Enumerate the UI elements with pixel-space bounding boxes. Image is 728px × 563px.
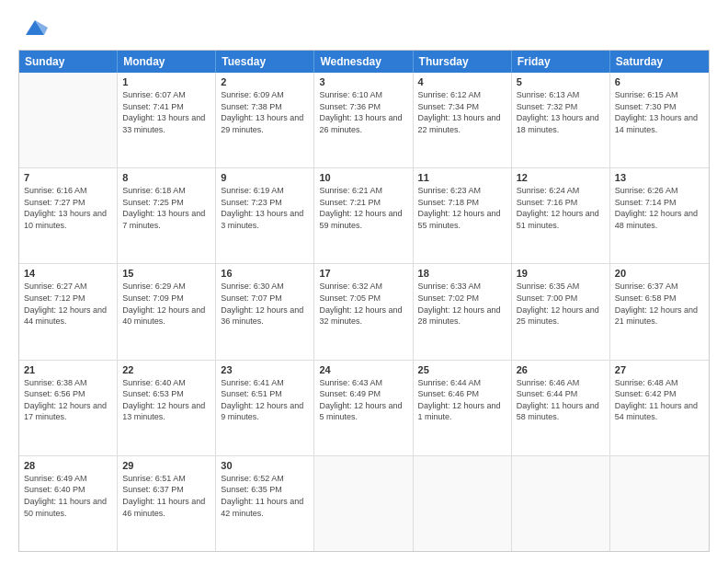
day-number: 6 <box>615 76 704 87</box>
logo <box>18 15 48 40</box>
sunrise-text: Sunrise: 6:19 AM <box>221 185 309 197</box>
sunset-text: Sunset: 6:37 PM <box>122 484 210 496</box>
daylight-text: Daylight: 13 hours and 14 minutes. <box>615 112 704 135</box>
sunset-text: Sunset: 7:00 PM <box>517 293 605 304</box>
sunset-text: Sunset: 7:07 PM <box>221 293 309 304</box>
daylight-text: Daylight: 11 hours and 42 minutes. <box>221 496 309 519</box>
sunrise-text: Sunrise: 6:29 AM <box>122 281 210 293</box>
calendar-cell: 13Sunrise: 6:26 AMSunset: 7:14 PMDayligh… <box>610 168 709 263</box>
sunset-text: Sunset: 6:46 PM <box>418 388 506 400</box>
daylight-text: Daylight: 12 hours and 28 minutes. <box>418 304 506 327</box>
day-number: 28 <box>24 460 112 471</box>
daylight-text: Daylight: 12 hours and 9 minutes. <box>221 400 309 423</box>
weekday-header: Tuesday <box>216 51 314 73</box>
sunrise-text: Sunrise: 6:33 AM <box>418 281 506 293</box>
sunset-text: Sunset: 7:32 PM <box>517 101 605 113</box>
calendar-cell: 15Sunrise: 6:29 AMSunset: 7:09 PMDayligh… <box>118 264 216 359</box>
sunset-text: Sunset: 7:18 PM <box>418 197 506 209</box>
sunset-text: Sunset: 7:05 PM <box>319 293 407 304</box>
weekday-header: Thursday <box>414 51 512 73</box>
day-number: 17 <box>319 268 407 279</box>
calendar-cell: 28Sunrise: 6:49 AMSunset: 6:40 PMDayligh… <box>19 456 118 551</box>
sunset-text: Sunset: 6:44 PM <box>517 388 605 400</box>
daylight-text: Daylight: 13 hours and 7 minutes. <box>122 208 210 231</box>
calendar-cell: 26Sunrise: 6:46 AMSunset: 6:44 PMDayligh… <box>512 361 610 455</box>
day-number: 13 <box>615 172 704 183</box>
daylight-text: Daylight: 13 hours and 3 minutes. <box>221 208 309 231</box>
day-number: 20 <box>615 268 704 279</box>
sunrise-text: Sunrise: 6:16 AM <box>24 185 112 197</box>
sunset-text: Sunset: 7:34 PM <box>418 101 506 113</box>
calendar-row: 14Sunrise: 6:27 AMSunset: 7:12 PMDayligh… <box>19 263 709 359</box>
daylight-text: Daylight: 12 hours and 59 minutes. <box>319 208 407 231</box>
weekday-header: Monday <box>118 51 216 73</box>
day-number: 12 <box>517 172 605 183</box>
sunset-text: Sunset: 7:27 PM <box>24 197 112 209</box>
daylight-text: Daylight: 12 hours and 5 minutes. <box>319 400 407 423</box>
sunrise-text: Sunrise: 6:18 AM <box>122 185 210 197</box>
day-number: 25 <box>418 364 506 375</box>
daylight-text: Daylight: 13 hours and 10 minutes. <box>24 208 112 231</box>
sunrise-text: Sunrise: 6:21 AM <box>319 185 407 197</box>
page: SundayMondayTuesdayWednesdayThursdayFrid… <box>0 0 728 563</box>
calendar-cell: 11Sunrise: 6:23 AMSunset: 7:18 PMDayligh… <box>414 168 512 263</box>
sunrise-text: Sunrise: 6:37 AM <box>615 281 704 293</box>
calendar-header: SundayMondayTuesdayWednesdayThursdayFrid… <box>19 51 709 73</box>
sunset-text: Sunset: 7:14 PM <box>615 197 704 209</box>
day-number: 7 <box>24 172 112 183</box>
sunrise-text: Sunrise: 6:09 AM <box>221 89 309 101</box>
day-number: 23 <box>221 364 309 375</box>
sunset-text: Sunset: 7:12 PM <box>24 293 112 304</box>
calendar-cell: 25Sunrise: 6:44 AMSunset: 6:46 PMDayligh… <box>414 361 512 455</box>
sunset-text: Sunset: 7:38 PM <box>221 101 309 113</box>
daylight-text: Daylight: 12 hours and 36 minutes. <box>221 304 309 327</box>
sunrise-text: Sunrise: 6:30 AM <box>221 281 309 293</box>
day-number: 21 <box>24 364 112 375</box>
calendar-cell: 29Sunrise: 6:51 AMSunset: 6:37 PMDayligh… <box>118 456 216 551</box>
daylight-text: Daylight: 12 hours and 32 minutes. <box>319 304 407 327</box>
calendar-cell: 30Sunrise: 6:52 AMSunset: 6:35 PMDayligh… <box>216 456 314 551</box>
calendar-cell: 7Sunrise: 6:16 AMSunset: 7:27 PMDaylight… <box>19 168 118 263</box>
calendar-cell: 10Sunrise: 6:21 AMSunset: 7:21 PMDayligh… <box>314 168 413 263</box>
day-number: 4 <box>418 76 506 87</box>
daylight-text: Daylight: 13 hours and 18 minutes. <box>517 112 605 135</box>
sunset-text: Sunset: 7:30 PM <box>615 101 704 113</box>
weekday-header: Sunday <box>19 51 118 73</box>
calendar-cell <box>414 456 512 551</box>
daylight-text: Daylight: 12 hours and 21 minutes. <box>615 304 704 327</box>
calendar-cell: 22Sunrise: 6:40 AMSunset: 6:53 PMDayligh… <box>118 361 216 455</box>
calendar-cell: 20Sunrise: 6:37 AMSunset: 6:58 PMDayligh… <box>610 264 709 359</box>
calendar-cell: 19Sunrise: 6:35 AMSunset: 7:00 PMDayligh… <box>512 264 610 359</box>
daylight-text: Daylight: 12 hours and 13 minutes. <box>122 400 210 423</box>
sunrise-text: Sunrise: 6:52 AM <box>221 473 309 485</box>
day-number: 24 <box>319 364 407 375</box>
sunset-text: Sunset: 7:25 PM <box>122 197 210 209</box>
sunrise-text: Sunrise: 6:43 AM <box>319 377 407 389</box>
day-number: 11 <box>418 172 506 183</box>
calendar-cell: 14Sunrise: 6:27 AMSunset: 7:12 PMDayligh… <box>19 264 118 359</box>
sunrise-text: Sunrise: 6:07 AM <box>122 89 210 101</box>
calendar-cell: 4Sunrise: 6:12 AMSunset: 7:34 PMDaylight… <box>414 73 512 167</box>
sunset-text: Sunset: 7:02 PM <box>418 293 506 304</box>
header <box>18 15 710 40</box>
sunset-text: Sunset: 6:42 PM <box>615 388 704 400</box>
daylight-text: Daylight: 12 hours and 25 minutes. <box>517 304 605 327</box>
calendar-cell: 2Sunrise: 6:09 AMSunset: 7:38 PMDaylight… <box>216 73 314 167</box>
calendar-row: 1Sunrise: 6:07 AMSunset: 7:41 PMDaylight… <box>19 73 709 167</box>
day-number: 3 <box>319 76 407 87</box>
sunrise-text: Sunrise: 6:24 AM <box>517 185 605 197</box>
day-number: 18 <box>418 268 506 279</box>
sunrise-text: Sunrise: 6:51 AM <box>122 473 210 485</box>
weekday-header: Wednesday <box>314 51 413 73</box>
calendar-cell: 27Sunrise: 6:48 AMSunset: 6:42 PMDayligh… <box>610 361 709 455</box>
daylight-text: Daylight: 11 hours and 58 minutes. <box>517 400 605 423</box>
sunrise-text: Sunrise: 6:44 AM <box>418 377 506 389</box>
calendar: SundayMondayTuesdayWednesdayThursdayFrid… <box>18 50 710 552</box>
sunset-text: Sunset: 7:16 PM <box>517 197 605 209</box>
sunset-text: Sunset: 6:35 PM <box>221 484 309 496</box>
sunrise-text: Sunrise: 6:23 AM <box>418 185 506 197</box>
sunset-text: Sunset: 6:53 PM <box>122 388 210 400</box>
daylight-text: Daylight: 12 hours and 17 minutes. <box>24 400 112 423</box>
calendar-body: 1Sunrise: 6:07 AMSunset: 7:41 PMDaylight… <box>19 73 709 551</box>
weekday-header: Friday <box>512 51 610 73</box>
